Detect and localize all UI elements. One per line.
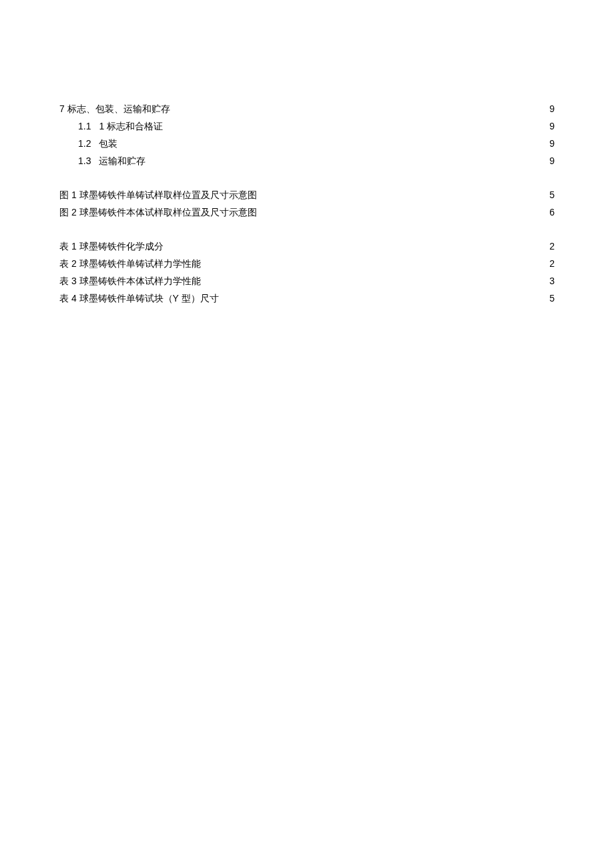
toc-dots — [258, 189, 549, 198]
toc-entry-label: 1.2包装 — [78, 135, 117, 152]
toc-dots — [119, 137, 548, 147]
toc-entry-page: 5 — [549, 290, 555, 307]
toc-entry-page: 6 — [549, 203, 555, 221]
toc-sections: 7标志、包装、运输和贮存 9 1.11 标志和合格证 9 1.2包装 9 1.3… — [59, 100, 555, 169]
toc-dots — [176, 103, 549, 112]
toc-dots — [258, 206, 549, 215]
toc-dots — [165, 240, 549, 250]
toc-dots — [220, 292, 549, 302]
toc-entry: 表 3 球墨铸铁件本体试样力学性能 3 — [59, 272, 555, 290]
toc-entry-page: 9 — [549, 100, 555, 117]
toc-entry: 图 1 球墨铸铁件单铸试样取样位置及尺寸示意图 5 — [59, 186, 555, 203]
toc-entry-label: 7标志、包装、运输和贮存 — [59, 100, 174, 117]
toc-entry-label: 图 1 球墨铸铁件单铸试样取样位置及尺寸示意图 — [59, 186, 257, 203]
toc-entry: 表 4 球墨铸铁件单铸试块（Y 型）尺寸 5 — [59, 290, 555, 307]
toc-entry: 1.2包装 9 — [59, 135, 555, 152]
toc-figures: 图 1 球墨铸铁件单铸试样取样位置及尺寸示意图 5 图 2 球墨铸铁件本体试样取… — [59, 186, 555, 221]
toc-dots — [202, 275, 549, 284]
toc-dots — [164, 120, 548, 129]
toc-dots — [147, 155, 548, 164]
toc-entry: 7标志、包装、运输和贮存 9 — [59, 100, 555, 117]
toc-entry: 1.11 标志和合格证 9 — [59, 117, 555, 135]
toc-entry: 1.3运输和贮存 9 — [59, 152, 555, 169]
toc-entry-label: 1.3运输和贮存 — [78, 152, 145, 169]
toc-entry-label: 图 2 球墨铸铁件本体试样取样位置及尺寸示意图 — [59, 203, 257, 221]
toc-entry: 表 1 球墨铸铁件化学成分 2 — [59, 238, 555, 255]
toc-entry-label: 表 4 球墨铸铁件单铸试块（Y 型）尺寸 — [59, 290, 219, 307]
toc-entry-page: 5 — [549, 186, 555, 203]
toc-entry-label: 表 2 球墨铸铁件单铸试样力学性能 — [59, 255, 201, 272]
toc-entry: 表 2 球墨铸铁件单铸试样力学性能 2 — [59, 255, 555, 272]
toc-entry-page: 9 — [549, 152, 555, 169]
toc-entry: 图 2 球墨铸铁件本体试样取样位置及尺寸示意图 6 — [59, 203, 555, 221]
toc-tables: 表 1 球墨铸铁件化学成分 2 表 2 球墨铸铁件单铸试样力学性能 2 表 3 … — [59, 238, 555, 307]
toc-entry-label: 表 1 球墨铸铁件化学成分 — [59, 238, 164, 255]
toc-entry-page: 2 — [549, 255, 555, 272]
toc-entry-page: 2 — [549, 238, 555, 255]
toc-entry-page: 9 — [549, 135, 555, 152]
toc-entry-page: 9 — [549, 117, 555, 135]
toc-entry-label: 表 3 球墨铸铁件本体试样力学性能 — [59, 272, 201, 290]
toc-dots — [202, 258, 549, 267]
toc-entry-label: 1.11 标志和合格证 — [78, 117, 163, 135]
toc-entry-page: 3 — [549, 272, 555, 290]
